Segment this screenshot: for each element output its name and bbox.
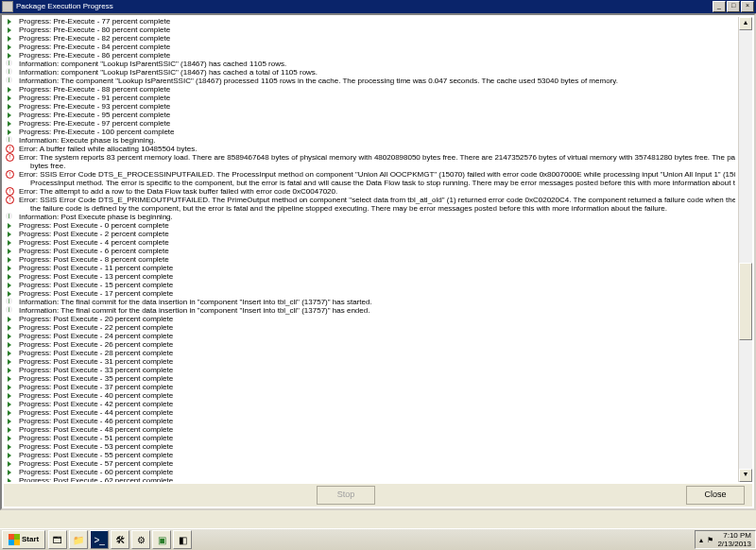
log-line: Progress: Pre-Execute - 91 percent compl… bbox=[4, 94, 735, 102]
log-text: Information: component "Lookup IsParentS… bbox=[19, 60, 286, 68]
log-line: Progress: Pre-Execute - 86 percent compl… bbox=[4, 51, 735, 60]
log-text: bytes free. bbox=[30, 162, 65, 170]
log-text: Information: The final commit for the da… bbox=[19, 298, 372, 306]
start-button[interactable]: Start bbox=[2, 530, 45, 549]
log-text: Progress: Pre-Execute - 88 percent compl… bbox=[19, 85, 170, 94]
log-text: Progress: Post Execute - 48 percent comp… bbox=[19, 425, 173, 434]
log-line: Progress: Post Execute - 0 percent compl… bbox=[4, 221, 735, 230]
log-line: Progress: Post Execute - 33 percent comp… bbox=[4, 366, 735, 374]
titlebar[interactable]: Package Execution Progress _ □ × bbox=[0, 0, 756, 13]
log-line: Progress: Post Execute - 2 percent compl… bbox=[4, 230, 735, 238]
log-line: Progress: Post Execute - 11 percent comp… bbox=[4, 264, 735, 272]
log-line: iInformation: Post Execute phase is begi… bbox=[4, 213, 735, 221]
log-text: Progress: Post Execute - 0 percent compl… bbox=[19, 221, 169, 230]
log-text: Progress: Pre-Execute - 93 percent compl… bbox=[19, 102, 170, 111]
progress-log: Progress: Pre-Execute - 77 percent compl… bbox=[4, 17, 735, 482]
log-text: Progress: Post Execute - 8 percent compl… bbox=[19, 255, 169, 264]
log-text: Progress: Post Execute - 22 percent comp… bbox=[19, 323, 173, 332]
scroll-down-button[interactable]: ▼ bbox=[739, 469, 752, 482]
log-line: Progress: Post Execute - 57 percent comp… bbox=[4, 459, 735, 468]
log-text: Progress: Post Execute - 17 percent comp… bbox=[19, 289, 173, 298]
system-tray[interactable]: ▴ ⚑ 7:10 PM 2/13/2013 bbox=[695, 530, 756, 549]
taskbar[interactable]: Start 🗔 📁 >_ 🛠 ⚙ ▣ ◧ ▴ ⚑ 7:10 PM 2/13/20… bbox=[0, 528, 756, 550]
log-text: Progress: Post Execute - 31 percent comp… bbox=[19, 357, 173, 366]
log-line: Progress: Pre-Execute - 93 percent compl… bbox=[4, 102, 735, 111]
log-line: Progress: Post Execute - 6 percent compl… bbox=[4, 247, 735, 255]
log-text: Error: SSIS Error Code DTS_E_PRIMEOUTPUT… bbox=[19, 196, 735, 204]
log-text: Progress: Post Execute - 42 percent comp… bbox=[19, 400, 173, 408]
taskbar-item-services[interactable]: ⚙ bbox=[131, 530, 150, 549]
log-line: !Error: The system reports 83 percent me… bbox=[4, 153, 735, 162]
log-text: Progress: Post Execute - 62 percent comp… bbox=[19, 476, 173, 482]
scroll-thumb[interactable] bbox=[739, 263, 752, 340]
taskbar-item-ssms[interactable]: ▣ bbox=[152, 530, 171, 549]
log-text: Progress: Pre-Execute - 86 percent compl… bbox=[19, 51, 170, 60]
log-line: Progress: Post Execute - 51 percent comp… bbox=[4, 434, 735, 442]
log-line: Progress: Post Execute - 62 percent comp… bbox=[4, 476, 735, 482]
vertical-scrollbar[interactable]: ▲ ▼ bbox=[738, 17, 752, 482]
log-text: Information: The component "Lookup IsPar… bbox=[19, 77, 618, 85]
log-line: bytes free. bbox=[4, 162, 735, 170]
stop-button: Stop bbox=[317, 486, 375, 505]
log-line: !Error: SSIS Error Code DTS_E_PRIMEOUTPU… bbox=[4, 196, 735, 204]
close-button[interactable]: Close bbox=[686, 486, 745, 505]
log-text: the failure code is defined by the compo… bbox=[30, 204, 667, 213]
taskbar-item-powershell[interactable]: >_ bbox=[90, 530, 109, 549]
log-text: Progress: Post Execute - 26 percent comp… bbox=[19, 340, 173, 349]
log-line: Progress: Pre-Execute - 84 percent compl… bbox=[4, 43, 735, 51]
log-text: Progress: Post Execute - 24 percent comp… bbox=[19, 332, 173, 340]
log-text: Progress: Post Execute - 28 percent comp… bbox=[19, 349, 173, 357]
log-text: Information: component "Lookup IsParentS… bbox=[19, 68, 318, 77]
log-text: ProcessInput method. The error is specif… bbox=[30, 179, 735, 187]
tray-up-icon[interactable]: ▴ bbox=[699, 536, 703, 544]
log-text: Progress: Post Execute - 2 percent compl… bbox=[19, 230, 169, 238]
close-window-button[interactable]: × bbox=[741, 1, 754, 12]
log-text: Progress: Post Execute - 57 percent comp… bbox=[19, 459, 173, 468]
log-text: Progress: Post Execute - 53 percent comp… bbox=[19, 442, 173, 451]
log-text: Progress: Pre-Execute - 95 percent compl… bbox=[19, 111, 170, 119]
log-line: Progress: Post Execute - 28 percent comp… bbox=[4, 349, 735, 357]
log-text: Progress: Pre-Execute - 84 percent compl… bbox=[19, 43, 170, 51]
log-line: Progress: Post Execute - 46 percent comp… bbox=[4, 417, 735, 425]
log-text: Progress: Post Execute - 35 percent comp… bbox=[19, 374, 173, 383]
log-line: Progress: Post Execute - 4 percent compl… bbox=[4, 238, 735, 247]
log-line: Progress: Post Execute - 53 percent comp… bbox=[4, 442, 735, 451]
log-line: Progress: Post Execute - 15 percent comp… bbox=[4, 281, 735, 289]
log-text: Progress: Pre-Execute - 82 percent compl… bbox=[19, 34, 170, 43]
log-line: the failure code is defined by the compo… bbox=[4, 204, 735, 213]
log-line: Progress: Pre-Execute - 97 percent compl… bbox=[4, 119, 735, 128]
log-line: Progress: Pre-Execute - 95 percent compl… bbox=[4, 111, 735, 119]
log-line: iInformation: The final commit for the d… bbox=[4, 306, 735, 315]
start-label: Start bbox=[22, 532, 39, 547]
scroll-up-button[interactable]: ▲ bbox=[739, 17, 752, 30]
log-text: Progress: Pre-Execute - 80 percent compl… bbox=[19, 26, 170, 34]
log-text: Progress: Post Execute - 4 percent compl… bbox=[19, 238, 169, 247]
maximize-button[interactable]: □ bbox=[727, 1, 740, 12]
log-text: Progress: Post Execute - 15 percent comp… bbox=[19, 281, 173, 289]
windows-logo-icon bbox=[9, 534, 20, 545]
log-text: Progress: Pre-Execute - 77 percent compl… bbox=[19, 17, 170, 26]
log-line: iInformation: The final commit for the d… bbox=[4, 298, 735, 306]
log-line: Progress: Post Execute - 60 percent comp… bbox=[4, 468, 735, 476]
log-text: Progress: Post Execute - 37 percent comp… bbox=[19, 383, 173, 391]
log-line: Progress: Post Execute - 48 percent comp… bbox=[4, 425, 735, 434]
log-line: Progress: Post Execute - 17 percent comp… bbox=[4, 289, 735, 298]
taskbar-item-server-manager[interactable]: 🛠 bbox=[111, 530, 129, 549]
log-line: iInformation: Execute phase is beginning… bbox=[4, 136, 735, 145]
log-line: Progress: Post Execute - 35 percent comp… bbox=[4, 374, 735, 383]
log-line: Progress: Pre-Execute - 82 percent compl… bbox=[4, 34, 735, 43]
minimize-button[interactable]: _ bbox=[713, 1, 726, 12]
log-text: Information: Execute phase is beginning. bbox=[19, 136, 156, 145]
log-line: !Error: A buffer failed while allocating… bbox=[4, 145, 735, 153]
log-text: Error: The system reports 83 percent mem… bbox=[19, 153, 735, 162]
taskbar-item-bids[interactable]: ◧ bbox=[173, 530, 192, 549]
tray-flag-icon[interactable]: ⚑ bbox=[707, 536, 713, 544]
log-line: !Error: The attempt to add a row to the … bbox=[4, 187, 735, 196]
taskbar-item-explorer[interactable]: 📁 bbox=[69, 530, 88, 549]
app-icon bbox=[2, 1, 13, 12]
log-text: Error: SSIS Error Code DTS_E_PROCESSINPU… bbox=[19, 170, 735, 179]
content-area: Progress: Pre-Execute - 77 percent compl… bbox=[0, 13, 756, 510]
log-text: Information: Post Execute phase is begin… bbox=[19, 213, 173, 221]
log-line: iInformation: component "Lookup IsParent… bbox=[4, 60, 735, 68]
taskbar-item-desktop[interactable]: 🗔 bbox=[48, 530, 67, 549]
